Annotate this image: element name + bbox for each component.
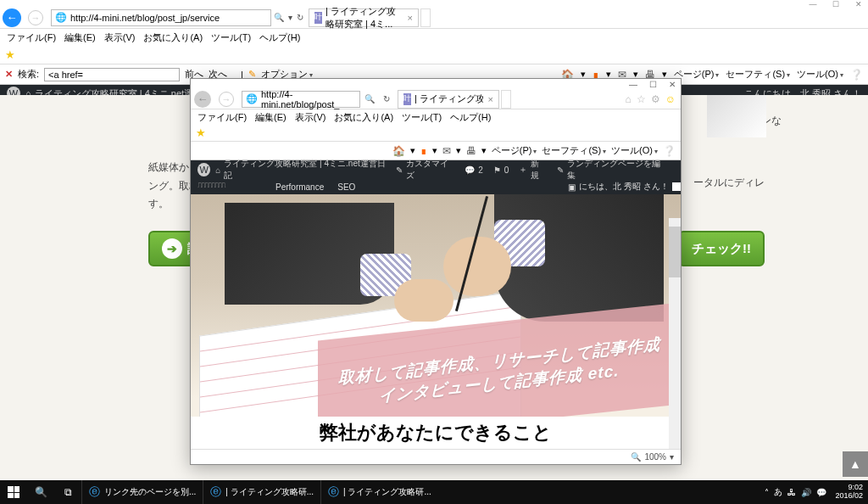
refresh-search[interactable]: 🔍▾↻ [271,13,305,22]
gear-icon[interactable]: ⚙ [651,93,660,105]
taskbar-item-2[interactable]: ⓔ| ライティング攻略研... [203,480,320,504]
menu-favorites[interactable]: お気に入り(A) [334,111,393,124]
menu-tools[interactable]: ツール(T) [211,31,251,44]
taskbar-item-1[interactable]: ⓔリンク先のページを別... [81,480,203,504]
tray-action-icon[interactable]: 💬 [816,488,826,497]
globe-icon: 🌐 [55,12,67,23]
favicon-icon: 叶 [314,12,322,24]
find-label: 検索: [18,68,39,81]
favicon-icon: 叶 [403,93,411,105]
popup-wp-greeting[interactable]: にちは、北 秀昭 さん！ [579,181,669,193]
smile-icon[interactable]: ☺ [665,93,676,105]
para3: す。 [148,198,169,210]
tab-close-icon[interactable]: × [488,94,493,104]
popup-new-tab[interactable] [501,90,511,109]
wp-logo-icon[interactable]: W [198,163,210,176]
popup-url-field[interactable]: 🌐 http://4-mini.net/blog/post_ [242,91,360,108]
home-icon[interactable]: ⌂ [625,93,631,105]
wp-landing[interactable]: ✎ランディングページを編集 [557,158,664,182]
wp-pending[interactable]: ⚑0 [493,165,509,175]
wp-customize[interactable]: ✎カスタマイズ [396,158,454,182]
menu-edit[interactable]: 編集(E) [64,31,96,44]
popup-maximize[interactable]: ☐ [649,80,657,89]
zoom-icon[interactable]: 🔍 [631,452,641,462]
popup-address-bar: ← → 🌐 http://4-mini.net/blog/post_ 🔍↻ 叶 … [191,89,681,109]
taskbar-item-3[interactable]: ⓔ| ライティング攻略研... [320,480,438,504]
minimize-button[interactable]: — [808,0,818,7]
seo-link[interactable]: SEO [337,182,355,192]
help-icon[interactable]: ❔ [663,145,676,157]
exp-icon[interactable]: ▣ [568,182,576,192]
tray-ime-icon[interactable]: あ [774,486,782,498]
menu-help[interactable]: ヘルプ(H) [450,111,491,124]
page-menu[interactable]: ページ(P) [492,144,537,157]
popup-right-icons: ⌂ ☆ ⚙ ☺ [625,93,681,105]
star-icon[interactable]: ★ [5,48,15,61]
popup-page-content: 取材して記事作成、リサーチして記事作成 インタビューして記事作成 etc. 弊社… [191,194,681,449]
tools-menu[interactable]: ツール(O) [797,68,843,81]
refresh-icon[interactable]: ↻ [297,13,303,22]
popup-back[interactable]: ← [191,89,214,109]
popup-close[interactable]: ✕ [669,80,676,89]
side-image [707,95,766,137]
wp-new[interactable]: ＋新規 [519,158,547,182]
check-button[interactable]: チェック!! [678,231,765,266]
tools-menu[interactable]: ツール(O) [611,144,658,157]
popup-refresh[interactable]: 🔍↻ [360,94,394,104]
popup-tab-title: | ライティング攻略研究室 | 4ミ... [415,92,483,105]
popup-minimize[interactable]: — [629,80,637,89]
para-r2: ータルにディレ [693,176,765,188]
back-button[interactable]: ← [0,8,24,28]
mail-icon[interactable]: ✉ [442,145,451,157]
new-tab-button[interactable] [420,8,431,27]
menu-file[interactable]: ファイル(F) [7,31,56,44]
find-close-icon[interactable]: ✕ [5,69,13,80]
zoom-value[interactable]: 100% [644,452,666,462]
home-icon[interactable]: 🏠 [392,145,405,157]
menu-view[interactable]: 表示(V) [295,111,326,124]
task-view-icon[interactable]: ⧉ [54,486,81,498]
tray-chevron-icon[interactable]: ˄ [765,488,769,497]
browser-tab[interactable]: 叶 | ライティング攻略研究室 | 4ミ... × [309,8,419,27]
menu-tools[interactable]: ツール(T) [402,111,442,124]
ie-icon: ⓔ [89,484,100,500]
url-field[interactable]: 🌐 http://4-mini.net/blog/post_jp/service [51,9,271,26]
forward-button[interactable]: → [24,8,47,28]
menu-favorites[interactable]: お気に入り(A) [143,31,203,44]
menu-help[interactable]: ヘルプ(H) [259,31,300,44]
popup-tab[interactable]: 叶 | ライティング攻略研究室 | 4ミ... × [398,90,499,109]
fav-star-icon[interactable]: ☆ [637,93,646,105]
main-titlebar: — ☐ ✕ [0,0,868,7]
wp-site-link[interactable]: ⌂ライティング攻略研究室 | 4ミニ.net運営日記 [215,158,386,182]
safety-menu[interactable]: セーフティ(S) [726,68,790,81]
perf-wave-icon: ⎍⎍⎍⎍⎍⎍⎍⎍ [198,181,225,189]
maximize-button[interactable]: ☐ [831,0,841,7]
windows-logo-icon [8,486,19,498]
wp-comments[interactable]: 💬2 [465,165,483,175]
url-text: http://4-mini.net/blog/post_jp/service [70,13,220,23]
safety-menu[interactable]: セーフティ(S) [542,144,606,157]
tray-volume-icon[interactable]: 🔊 [801,488,811,497]
help-icon[interactable]: ❔ [850,69,863,81]
menu-edit[interactable]: 編集(E) [255,111,287,124]
taskbar-search-icon[interactable]: 🔍 [27,486,54,498]
perf-link[interactable]: Performance [275,182,324,192]
popup-scrollbar[interactable] [669,218,681,449]
popup-forward[interactable]: → [214,89,238,109]
find-input[interactable] [44,68,180,81]
tray-network-icon[interactable]: 🖧 [787,488,796,497]
tab-close-icon[interactable]: × [408,13,413,23]
print-icon[interactable]: 🖶 [466,145,476,157]
feed-icon[interactable]: ∎ [420,145,427,157]
menu-file[interactable]: ファイル(F) [198,111,247,124]
scroll-top-button[interactable]: ▲ [843,451,868,477]
taskbar-clock[interactable]: 9:022016/02 [832,484,863,501]
ie-icon: ⓔ [210,484,221,500]
search-icon: 🔍 [274,13,284,22]
ie-icon: ⓔ [328,484,339,500]
avatar[interactable] [672,182,681,191]
star-icon[interactable]: ★ [196,126,206,139]
start-button[interactable] [0,480,27,504]
close-button[interactable]: ✕ [854,0,864,7]
menu-view[interactable]: 表示(V) [104,31,136,44]
